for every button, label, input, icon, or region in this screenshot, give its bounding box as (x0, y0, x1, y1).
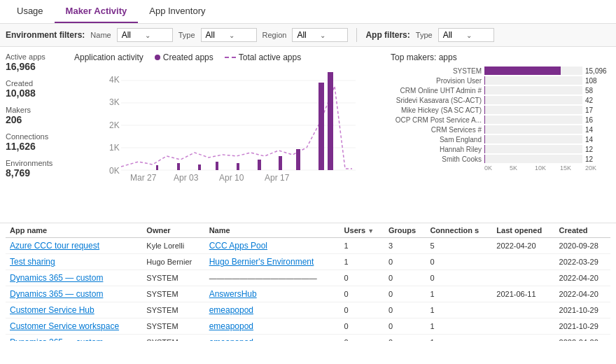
name-link[interactable]: emeapopod (209, 337, 253, 341)
app-name-link[interactable]: Customer Service Hub (10, 305, 94, 315)
cell-users: 0 (340, 335, 384, 341)
legend-created-label: Created apps (163, 52, 214, 62)
stat-environments: Environments 8,769 (6, 159, 69, 178)
svg-text:0K: 0K (109, 166, 120, 176)
col-connections: Connection s (426, 223, 492, 238)
app-name-link[interactable]: Dynamics 365 — custom (10, 337, 103, 341)
cell-name: emeapopod (205, 335, 340, 341)
svg-rect-10 (318, 83, 324, 170)
cell-created: 2021-10-29 (555, 318, 610, 335)
maker-row: OCP CRM Post Service A... 16 (391, 115, 610, 124)
name-filter-select[interactable]: All ⌄ (117, 28, 173, 42)
cell-owner: SYSTEM (142, 286, 204, 302)
cell-last-opened: 2021-06-11 (492, 286, 554, 302)
cell-name: —————————————— (205, 270, 340, 286)
name-filter-group: Name (90, 31, 111, 39)
type-filter-value: All (206, 30, 229, 40)
table-section: App name Owner Name Users ▼ Groups Conne… (0, 223, 616, 341)
cell-users: 0 (340, 302, 384, 318)
svg-text:Apr 03: Apr 03 (174, 173, 199, 183)
filter-divider (356, 28, 357, 42)
maker-name: Provision User (391, 77, 482, 85)
maker-name: CRM Online UHT Admin # (391, 87, 482, 94)
app-name-link[interactable]: Azure CCC tour request (10, 241, 99, 251)
makers-x-axis: 0K 5K 10K 15K 20K (484, 164, 610, 172)
svg-text:3K: 3K (109, 97, 120, 107)
stat-makers: Makers 206 (6, 106, 69, 125)
stat-connections-label: Connections (6, 132, 69, 141)
name-link[interactable]: AnswersHub (209, 289, 257, 299)
tab-app-inventory[interactable]: App Inventory (138, 0, 216, 23)
svg-rect-14 (258, 160, 261, 170)
region-filter-select[interactable]: All ⌄ (292, 28, 348, 42)
table-row: Dynamics 365 — customSYSTEMAnswersHub001… (6, 286, 610, 302)
name-link[interactable]: emeapopod (209, 321, 253, 331)
stat-created-value: 10,088 (6, 88, 69, 99)
content-area: Usage Maker Activity App Inventory Envir… (0, 0, 616, 341)
cell-app-name: Dynamics 365 — custom (6, 335, 142, 341)
table-body: Azure CCC tour requestKyle LorelliCCC Ap… (6, 238, 610, 341)
maker-name: OCP CRM Post Service A... (391, 116, 482, 124)
users-sort-icon[interactable]: ▼ (368, 227, 374, 234)
app-name-link[interactable]: Test sharing (10, 257, 55, 267)
table-row: Customer Service HubSYSTEMemeapopod00120… (6, 302, 610, 318)
maker-name: Sam England (391, 136, 482, 144)
maker-value: 42 (585, 97, 610, 104)
legend-created-dot (155, 55, 160, 60)
maker-row: Sam England 14 (391, 135, 610, 144)
cell-name: Hugo Bernier's Environment (205, 254, 340, 270)
name-link[interactable]: Hugo Bernier's Environment (209, 257, 314, 267)
type-filter-select[interactable]: All ⌄ (201, 28, 257, 42)
maker-name: Smith Cooks (391, 155, 482, 163)
maker-bar-wrap (484, 115, 582, 124)
stat-active-apps-value: 16,966 (6, 61, 69, 72)
top-makers-title: Top makers: apps (391, 52, 610, 62)
app-name-link[interactable]: Dynamics 365 — custom (10, 289, 103, 299)
tab-usage[interactable]: Usage (6, 0, 55, 23)
cell-users: 0 (340, 270, 384, 286)
maker-value: 14 (585, 126, 610, 134)
stat-connections-value: 11,626 (6, 141, 69, 152)
name-link[interactable]: emeapopod (209, 305, 253, 315)
app-type-filter-group: Type (416, 31, 433, 39)
maker-bar-wrap (484, 135, 582, 144)
maker-value: 108 (585, 77, 610, 85)
cell-users: 1 (340, 238, 384, 254)
stat-active-apps-label: Active apps (6, 52, 69, 61)
name-filter-chevron-icon: ⌄ (145, 31, 168, 39)
region-filter-value: All (297, 30, 320, 40)
legend-total: Total active apps (225, 52, 301, 62)
cell-owner: SYSTEM (142, 335, 204, 341)
maker-row: CRM Services # 14 (391, 125, 610, 134)
cell-owner: SYSTEM (142, 302, 204, 318)
cell-name: emeapopod (205, 318, 340, 335)
legend-total-label: Total active apps (239, 52, 301, 62)
maker-value: 14 (585, 136, 610, 144)
svg-text:Apr 10: Apr 10 (219, 173, 244, 183)
name-filter-value: All (122, 30, 145, 40)
chart-area: Application activity Created apps Total … (74, 52, 385, 217)
app-name-link[interactable]: Customer Service workspace (10, 321, 119, 331)
name-link[interactable]: CCC Apps Pool (209, 241, 267, 251)
maker-bar (484, 125, 485, 134)
cell-app-name: Dynamics 365 — custom (6, 270, 142, 286)
app-name-link[interactable]: Dynamics 365 — custom (10, 273, 103, 283)
stat-environments-label: Environments (6, 159, 69, 167)
maker-value: 17 (585, 106, 610, 114)
cell-name: emeapopod (205, 302, 340, 318)
maker-bar-wrap (484, 96, 582, 104)
maker-bar (484, 76, 485, 85)
cell-groups: 0 (384, 335, 426, 341)
tab-maker-activity[interactable]: Maker Activity (55, 0, 139, 23)
svg-text:Apr 17: Apr 17 (265, 173, 290, 183)
svg-rect-11 (328, 72, 333, 170)
maker-bar (484, 135, 485, 144)
name-filter-label: Name (90, 31, 111, 39)
maker-name: Sridevi Kasavara (SC-ACT) (391, 97, 482, 104)
stat-makers-value: 206 (6, 114, 69, 125)
table-row: Dynamics 365 — customSYSTEMemeapopod0012… (6, 335, 610, 341)
top-makers-panel: Top makers: apps SYSTEM 15,096 Provision… (391, 52, 610, 217)
cell-created: 2022-03-29 (555, 254, 610, 270)
app-type-filter-select[interactable]: All ⌄ (438, 28, 494, 42)
cell-groups: 0 (384, 318, 426, 335)
